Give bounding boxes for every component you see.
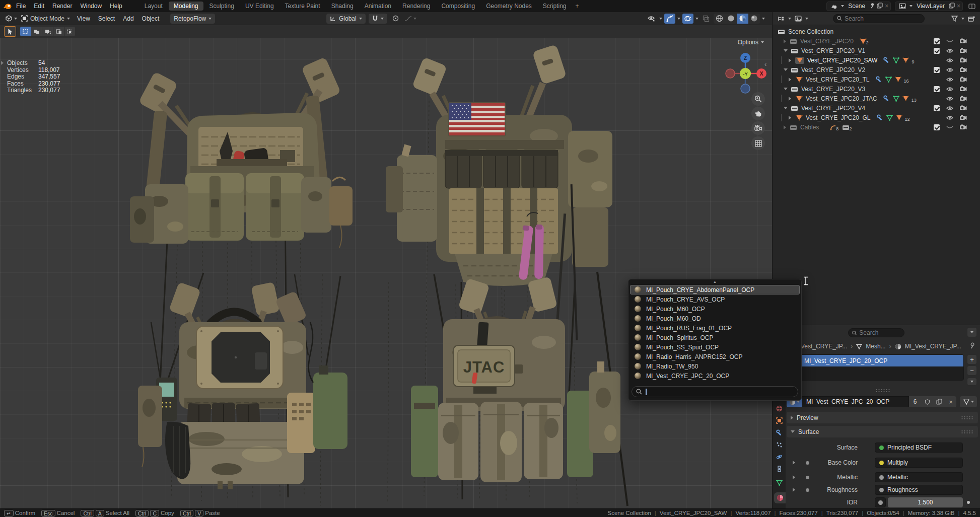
menu-add[interactable]: Add [119, 14, 137, 23]
slot-specials-button[interactable] [967, 378, 977, 386]
eye-open-icon[interactable] [946, 95, 954, 103]
ior-slider[interactable]: 1.500 [888, 497, 963, 507]
gizmo-axis-neg-x[interactable] [726, 69, 735, 78]
select-invert[interactable] [53, 27, 64, 36]
material-slot-active[interactable]: MI_Vest_CRYE_JPC_20_OCP [800, 355, 963, 366]
outliner-search-input[interactable] [845, 15, 921, 22]
active-tool-tweak[interactable] [4, 26, 16, 37]
add-workspace-button[interactable]: + [573, 3, 582, 10]
checkbox[interactable] [933, 66, 941, 74]
eye-closed-icon[interactable] [946, 37, 954, 45]
pan-button[interactable] [751, 107, 765, 120]
expand-icon[interactable] [789, 97, 791, 101]
retopoflow-menu[interactable]: RetopoFlow [170, 14, 215, 24]
eye-open-icon[interactable] [946, 76, 954, 84]
menu-file[interactable]: File [12, 2, 30, 11]
view-layer-name[interactable]: ViewLayer [915, 3, 947, 10]
expand-icon[interactable] [784, 39, 786, 43]
popup-item[interactable]: MI_Pouch_Spiritus_OCP [630, 333, 800, 342]
scene-name[interactable]: Scene [846, 3, 867, 10]
camera-render-icon[interactable] [959, 85, 967, 93]
properties-collapse-button[interactable] [967, 327, 977, 337]
chevron-down-icon[interactable] [14, 18, 17, 20]
xray-toggle[interactable] [701, 14, 712, 24]
camera-render-icon[interactable] [959, 114, 967, 122]
add-slot-button[interactable]: + [967, 354, 977, 364]
chevron-down-icon[interactable] [677, 18, 680, 20]
properties-search-input[interactable] [859, 329, 900, 336]
unlink-material-icon[interactable]: × [945, 396, 956, 407]
outliner-row-gl[interactable]: Vest_CRYE_JPC20_GL 12 [773, 113, 980, 122]
collapse-icon[interactable] [784, 107, 788, 109]
tab-animation[interactable]: Animation [360, 2, 396, 11]
camera-render-icon[interactable] [959, 66, 967, 74]
outliner-filter-image-icon[interactable] [793, 14, 804, 24]
eye-open-icon[interactable] [946, 66, 954, 74]
camera-render-icon[interactable] [959, 47, 967, 55]
breadcrumb-object[interactable]: Vest_CRYE_JP... [801, 343, 847, 350]
transform-orientation[interactable]: Global [326, 14, 366, 24]
remove-slot-button[interactable]: − [967, 365, 977, 376]
camera-render-icon[interactable] [959, 95, 967, 103]
camera-view-button[interactable] [751, 121, 765, 135]
new-collection-icon[interactable] [966, 14, 977, 24]
copy-scene-icon[interactable] [877, 3, 883, 10]
chevron-down-icon[interactable] [805, 18, 808, 20]
eye-open-icon[interactable] [946, 114, 954, 122]
select-subtract[interactable] [42, 27, 53, 36]
region-grip[interactable] [875, 389, 890, 393]
chevron-down-icon[interactable] [788, 18, 791, 20]
surface-value-field[interactable]: Principled BSDF [875, 442, 963, 453]
popup-item[interactable]: MI_Pouch_CRYE_AbdomenPanel_OCP [630, 285, 800, 294]
popup-item[interactable]: MI_Pouch_M60_OCP [630, 304, 800, 314]
pin-icon[interactable] [969, 342, 975, 350]
outliner-row-v1[interactable]: Vest_CRYE_JPC20_V1 [773, 46, 980, 55]
outliner-row-saw[interactable]: Vest_CRYE_JPC20_SAW 9 [773, 55, 980, 65]
camera-render-icon[interactable] [959, 56, 967, 64]
mode-selector[interactable]: Object Mode [21, 15, 70, 22]
popup-item[interactable]: MI_Radio_TW_950 [630, 361, 800, 371]
metallic-value-field[interactable]: Metallic [875, 472, 963, 482]
shading-rendered[interactable] [748, 14, 760, 24]
chevron-down-icon[interactable] [841, 5, 844, 7]
chevron-down-icon[interactable] [909, 5, 913, 7]
scene-browse-icon[interactable] [829, 2, 839, 11]
outliner-row-scene-collection[interactable]: Scene Collection [773, 27, 980, 36]
collapse-icon[interactable] [784, 88, 788, 90]
select-extend[interactable] [31, 27, 42, 36]
show-gizmo-toggle[interactable] [664, 14, 675, 24]
camera-render-icon[interactable] [959, 123, 967, 131]
select-intersect[interactable] [64, 27, 75, 36]
properties-search[interactable] [848, 328, 904, 337]
camera-render-icon[interactable] [959, 76, 967, 84]
proportional-falloff[interactable] [404, 16, 416, 22]
snap-toggle[interactable] [369, 14, 387, 24]
copy-view-layer-icon[interactable] [949, 3, 955, 10]
popup-item[interactable]: MI_Radio_Harris_ANPRC152_OCP [630, 352, 800, 361]
expand-icon[interactable] [789, 78, 791, 82]
tab-layout[interactable]: Layout [139, 2, 168, 11]
base-color-value-field[interactable]: Multiply [875, 458, 963, 468]
preview-panel-header[interactable]: Preview [787, 412, 978, 423]
chevron-down-icon[interactable] [695, 18, 698, 20]
pin-icon[interactable] [869, 3, 875, 10]
outliner-display-mode-icon[interactable] [776, 14, 787, 24]
roughness-value-field[interactable]: Roughness [875, 485, 963, 495]
tab-physics-world[interactable] [773, 403, 786, 414]
menu-edit[interactable]: Edit [30, 2, 48, 11]
shading-wireframe[interactable] [714, 14, 725, 24]
material-name-field[interactable]: MI_Vest_CRYE_JPC_20_OCP [802, 396, 909, 407]
tab-geometry-nodes[interactable]: Geometry Nodes [481, 2, 537, 11]
checkbox[interactable] [933, 104, 941, 112]
expand-icon[interactable] [789, 58, 791, 62]
fake-user-shield-icon[interactable] [921, 396, 933, 407]
popup-item[interactable]: MI_Pouch_CRYE_AVS_OCP [630, 294, 800, 304]
zoom-button[interactable] [751, 92, 765, 106]
material-users-count[interactable]: 6 [909, 396, 921, 407]
navigation-gizmo[interactable]: Z X -Y [719, 48, 772, 99]
tab-modifiers[interactable] [773, 427, 786, 438]
tab-modeling[interactable]: Modeling [169, 2, 203, 11]
outliner-row-tl[interactable]: Vest_CRYE_JPC20_TL 16 [773, 75, 980, 84]
tab-rendering[interactable]: Rendering [397, 2, 435, 11]
outliner-search[interactable] [833, 14, 925, 23]
